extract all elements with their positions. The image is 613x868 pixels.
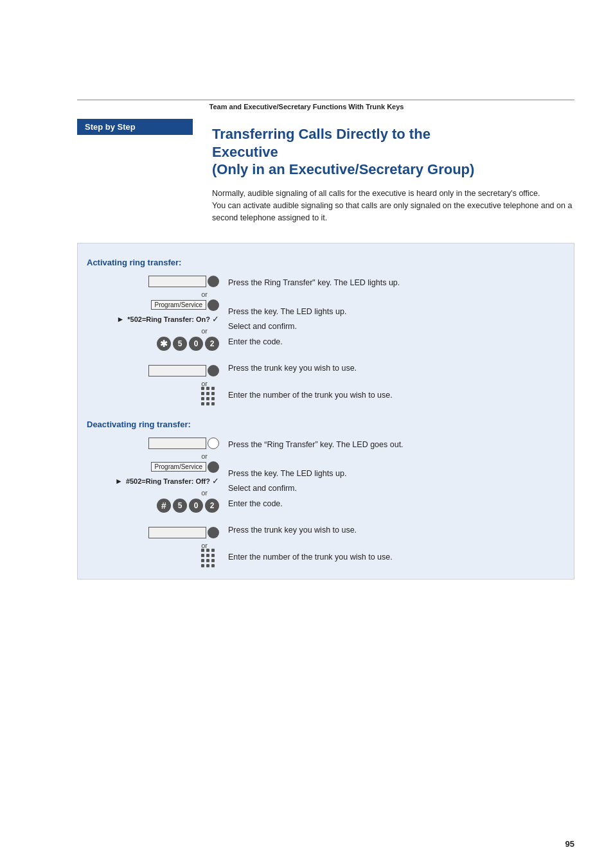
- right-column: Transferring Calls Directly to the Execu…: [206, 119, 574, 236]
- trunk-circle-2: [208, 527, 219, 538]
- sp6: [228, 375, 562, 388]
- main-title-line3: (Only in an Executive/Secretary Group): [212, 161, 474, 177]
- sp5: [228, 348, 562, 361]
- sp2: [228, 289, 562, 305]
- step-hash502-row: ► #502=Ring Transfer: Off? ✓: [87, 474, 222, 488]
- key-rect-2: [148, 438, 206, 449]
- step-star502-row: ► *502=Ring Transfer: On? ✓: [87, 312, 222, 326]
- top-rule: [77, 100, 574, 100]
- checkmark-1: ✓: [212, 314, 219, 324]
- key-circle-open-1: [208, 438, 219, 449]
- activate-steps-right: Press the Ring Transfer" key. The LED li…: [222, 272, 562, 405]
- deact-desc-2: Press the key. The LED lights up.: [228, 466, 562, 480]
- main-content: Step by Step Transferring Calls Directly…: [77, 119, 574, 580]
- deact-desc-1: Press the “Ring Transfer” key. The LED g…: [228, 438, 562, 451]
- keypad-row-2: [87, 549, 222, 567]
- ps-circle-2: [208, 461, 219, 473]
- step-program-row-2: Program/Service: [87, 460, 222, 474]
- program-service-box-1: Program/Service: [151, 300, 206, 310]
- code-5-2: 5: [173, 499, 187, 513]
- sp11: [228, 510, 562, 523]
- sp12: [228, 537, 562, 550]
- code-2-2: 2: [205, 499, 219, 513]
- step-key-row-1: [87, 272, 222, 290]
- deactivating-heading: Deactivating ring transfer:: [87, 420, 562, 429]
- activate-steps: or Program/Service ► *502=Ring Transfer:…: [87, 272, 562, 405]
- keypad-icon-2: [201, 549, 215, 568]
- star502-label: *502=Ring Transfer: On?: [127, 315, 210, 323]
- activating-heading: Activating ring transfer:: [87, 258, 562, 267]
- act-desc-5: Press the trunk key you wish to use.: [228, 361, 562, 375]
- code-0-1: 0: [189, 337, 203, 351]
- code-circles-star502: ✱ 5 0 2: [87, 335, 222, 353]
- act-desc-1: Press the Ring Transfer" key. The LED li…: [228, 276, 562, 289]
- spacer-a1: [87, 353, 222, 362]
- keypad-row-1: [87, 387, 222, 405]
- deact-desc-3: Select and confirm.: [228, 481, 562, 495]
- intro-text: Normally, audible signaling of all calls…: [212, 188, 574, 225]
- step-key-row-2: [87, 434, 222, 452]
- code-hash: #: [157, 499, 171, 513]
- page: Team and Executive/Secretary Functions W…: [0, 0, 613, 868]
- program-service-box-2: Program/Service: [151, 462, 206, 472]
- act-desc-4: Enter the code.: [228, 335, 562, 348]
- deactivate-steps: or Program/Service ► #502=Ring Transfer:…: [87, 434, 562, 567]
- deactivate-steps-right: Press the “Ring Transfer” key. The LED g…: [222, 434, 562, 567]
- arrow-right-2: ►: [115, 477, 123, 486]
- step-program-row-1: Program/Service: [87, 298, 222, 312]
- deact-desc-5: Press the trunk key you wish to use.: [228, 523, 562, 536]
- or-label-4: or: [87, 452, 222, 460]
- or-label-2: or: [87, 327, 222, 335]
- header-title: Team and Executive/Secretary Functions W…: [0, 103, 613, 111]
- left-column: Step by Step: [77, 119, 206, 135]
- ps-circle-1: [208, 299, 219, 311]
- code-5-1: 5: [173, 337, 187, 351]
- code-0-2: 0: [189, 499, 203, 513]
- trunk-circle-1: [208, 365, 219, 376]
- section-spacer: [87, 405, 562, 417]
- key-circle-1: [208, 276, 219, 287]
- main-title: Transferring Calls Directly to the Execu…: [212, 125, 574, 179]
- act-desc-3: Select and confirm.: [228, 319, 562, 333]
- act-desc-2: Press the key. The LED lights up.: [228, 305, 562, 318]
- or-label-1: or: [87, 290, 222, 298]
- deact-desc-4: Enter the code.: [228, 497, 562, 510]
- hash502-label: #502=Ring Transfer: Off?: [126, 477, 210, 485]
- sp8: [228, 451, 562, 466]
- checkmark-2: ✓: [212, 476, 219, 486]
- main-title-line1: Transferring Calls Directly to the: [212, 126, 431, 142]
- deact-desc-6: Enter the number of the trunk you wish t…: [228, 550, 562, 563]
- spacer-b1: [87, 515, 222, 524]
- code-2-1: 2: [205, 337, 219, 351]
- step-trunk-key-row-1: [87, 362, 222, 380]
- code-star: ✱: [157, 337, 171, 351]
- trunk-key-rect-2: [148, 527, 206, 538]
- act-desc-6: Enter the number of the trunk you wish t…: [228, 388, 562, 402]
- key-rect-1: [148, 276, 206, 287]
- layout-row: Step by Step Transferring Calls Directly…: [77, 119, 574, 236]
- page-number: 95: [565, 839, 574, 849]
- step-trunk-key-row-2: [87, 524, 222, 542]
- activate-steps-left: or Program/Service ► *502=Ring Transfer:…: [87, 272, 222, 405]
- deactivate-steps-left: or Program/Service ► #502=Ring Transfer:…: [87, 434, 222, 567]
- arrow-right-1: ►: [116, 315, 124, 324]
- code-circles-hash502: # 5 0 2: [87, 497, 222, 515]
- main-title-line2: Executive: [212, 144, 278, 160]
- content-box: Activating ring transfer: or Program/Ser…: [77, 243, 574, 580]
- or-label-5: or: [87, 489, 222, 497]
- trunk-key-rect-1: [148, 365, 206, 376]
- keypad-icon-1: [201, 387, 215, 406]
- step-by-step-box: Step by Step: [77, 119, 193, 135]
